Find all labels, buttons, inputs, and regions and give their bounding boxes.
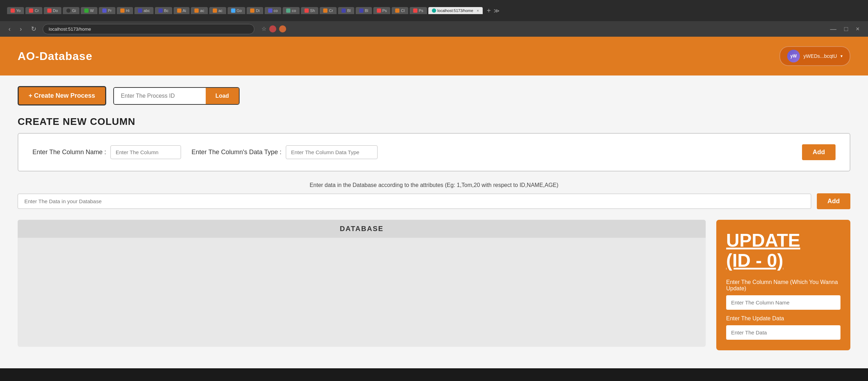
database-panel: DATABASE [18,220,706,347]
add-data-button[interactable]: Add [817,193,850,209]
tab-co1[interactable]: co [265,7,282,14]
top-actions: + Create New Process Load [18,86,850,105]
tab-ps1[interactable]: Ps [373,7,391,14]
user-name: yWEDs...bcqtU [803,53,837,59]
tab-hi[interactable]: Hi [117,7,133,14]
data-entry-row: Add [18,193,850,209]
minimize-button[interactable]: — [827,24,839,34]
forward-button[interactable]: › [17,24,25,34]
column-name-label: Enter The Column Name : [32,149,106,156]
app-header: AO-Database yW yWEDs...bcqtU ▾ [0,37,868,75]
app-container: AO-Database yW yWEDs...bcqtU ▾ + Create … [0,37,868,368]
column-name-input[interactable] [110,145,181,159]
tab-pr[interactable]: Pr [99,7,115,14]
bookmark-icon: ☆ [261,25,266,32]
tab-abc[interactable]: abc [134,7,153,14]
tab-ps2[interactable]: Ps [410,7,427,14]
tab-close-icon[interactable]: × [477,8,479,13]
app-content: + Create New Process Load CREATE NEW COL… [0,75,868,361]
database-body [18,238,706,344]
close-button[interactable]: × [853,24,862,34]
tab-ac1[interactable]: ac [191,7,208,14]
column-type-label: Enter The Column's Data Type : [192,149,282,156]
update-title: UPDATE (ID - 0) [726,230,840,271]
tab-go[interactable]: Go [228,7,246,14]
section-title: CREATE NEW COLUMN [18,116,850,127]
update-data-label: Enter The Update Data [726,315,840,322]
create-column-box: Enter The Column Name : Enter The Column… [18,133,850,171]
add-column-button[interactable]: Add [802,144,836,160]
browser-chrome: Yo Cr Do Gi W Pr Hi abc [0,0,868,21]
tab-cr[interactable]: Cr [25,7,42,14]
tab-cl[interactable]: Cl [392,7,408,14]
tab-cr2[interactable]: Cr [320,7,337,14]
tab-bc[interactable]: Bc [155,7,172,14]
process-id-group: Load [113,87,240,105]
tab-di[interactable]: Di [247,7,263,14]
new-tab-button[interactable]: + [487,7,491,15]
update-panel: UPDATE (ID - 0) Enter The Column Name (W… [716,220,850,350]
update-column-name-input[interactable] [726,295,840,310]
extension-icon-1 [269,25,276,32]
tab-ai[interactable]: Ai [174,7,190,14]
tab-w[interactable]: W [81,7,97,14]
tab-github[interactable]: Gi [63,7,79,14]
tab-yo[interactable]: Yo [7,7,24,14]
tab-bl2[interactable]: Bl [356,7,372,14]
main-area: DATABASE UPDATE (ID - 0) Enter The Colum… [18,220,850,350]
data-entry-section: Enter data in the Database according to … [18,182,850,209]
user-badge[interactable]: yW yWEDs...bcqtU ▾ [779,46,850,66]
extension-icon-2 [279,25,286,32]
browser-nav: ‹ › ↻ ☆ — □ × [0,21,868,37]
process-id-input[interactable] [114,88,206,104]
tab-do[interactable]: Do [44,7,61,14]
update-data-input[interactable] [726,325,840,340]
tab-overflow-icon: ≫ [494,7,500,14]
create-column-section: CREATE NEW COLUMN Enter The Column Name … [18,116,850,171]
maximize-button[interactable]: □ [842,24,851,34]
column-name-group: Enter The Column Name : [32,145,181,159]
column-type-input[interactable] [286,145,378,159]
reload-button[interactable]: ↻ [28,24,39,34]
tab-bl1[interactable]: Bl [338,7,354,14]
address-bar[interactable] [43,24,254,34]
tab-ac2[interactable]: ac [209,7,226,14]
tab-sh[interactable]: Sh [301,7,318,14]
update-column-name-label: Enter The Column Name (Which You Wanna U… [726,279,840,292]
app-title: AO-Database [18,50,92,63]
data-entry-input[interactable] [18,194,811,209]
tab-co2[interactable]: co [283,7,300,14]
avatar: yW [787,50,800,62]
data-hint: Enter data in the Database according to … [18,182,850,188]
create-new-process-button[interactable]: + Create New Process [18,86,106,105]
tab-localhost[interactable]: localhost:5173/home × [428,7,483,14]
load-button[interactable]: Load [206,88,239,104]
database-header: DATABASE [18,220,706,238]
column-type-group: Enter The Column's Data Type : [192,145,378,159]
chevron-down-icon: ▾ [840,54,843,59]
back-button[interactable]: ‹ [6,24,13,34]
